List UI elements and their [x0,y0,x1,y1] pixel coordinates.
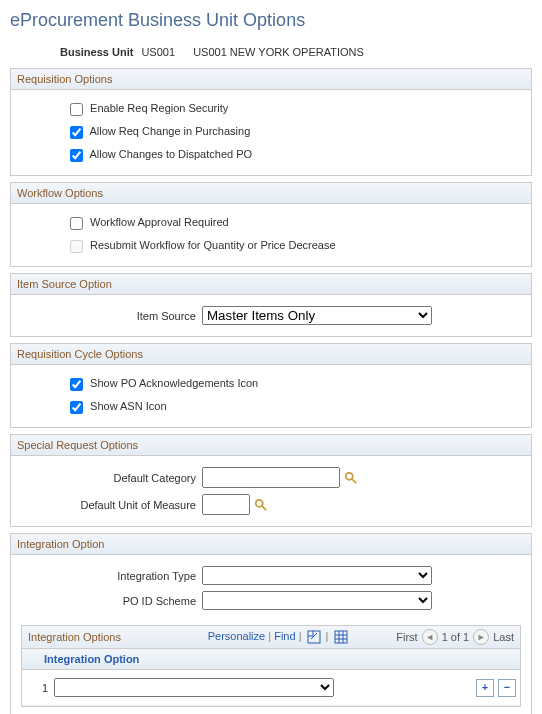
business-unit-label: Business Unit [60,46,133,58]
select-integration-option-row[interactable] [54,678,334,697]
checkbox-allow-req-change[interactable] [70,126,83,139]
svg-rect-5 [335,631,347,643]
grid-title: Integration Options [28,631,161,643]
business-unit-row: Business Unit US001 US001 NEW YORK OPERA… [10,46,532,58]
link-personalize[interactable]: Personalize [208,630,265,642]
business-unit-desc: US001 NEW YORK OPERATIONS [193,46,364,58]
svg-point-0 [346,472,353,479]
section-workflow-options: Workflow Options Workflow Approval Requi… [10,182,532,267]
grid-view-icon[interactable] [334,630,348,644]
delete-row-button[interactable]: − [498,679,516,697]
section-integration: Integration Option Integration Type PO I… [10,533,532,714]
nav-next-icon[interactable]: ► [473,629,489,645]
nav-last[interactable]: Last [493,631,514,643]
section-header-item-source: Item Source Option [11,274,531,295]
grid-column-header[interactable]: Integration Option [22,649,520,670]
checkbox-enable-region-security[interactable] [70,103,83,116]
label-resubmit-workflow: Resubmit Workflow for Quantity or Price … [90,239,336,251]
section-header-cycle: Requisition Cycle Options [11,344,531,365]
nav-prev-icon[interactable]: ◄ [422,629,438,645]
svg-point-2 [256,499,263,506]
page-title: eProcurement Business Unit Options [10,10,532,31]
label-enable-region-security: Enable Req Region Security [90,102,228,114]
svg-line-3 [262,505,266,509]
section-item-source: Item Source Option Item Source Master It… [10,273,532,337]
lookup-icon-uom[interactable] [254,498,268,512]
select-item-source[interactable]: Master Items Only [202,306,432,325]
checkbox-workflow-approval[interactable] [70,217,83,230]
input-default-uom[interactable] [202,494,250,515]
checkbox-show-po-ack[interactable] [70,378,83,391]
checkbox-show-asn[interactable] [70,401,83,414]
business-unit-code: US001 [141,46,175,58]
label-default-uom: Default Unit of Measure [21,499,202,511]
svg-line-1 [352,478,356,482]
label-show-asn: Show ASN Icon [90,400,166,412]
label-allow-dispatched-po: Allow Changes to Dispatched PO [89,148,252,160]
label-item-source: Item Source [21,310,202,322]
add-row-button[interactable]: + [476,679,494,697]
section-special-request: Special Request Options Default Category… [10,434,532,527]
nav-first[interactable]: First [396,631,417,643]
nav-counter: 1 of 1 [442,631,470,643]
label-integration-type: Integration Type [21,570,202,582]
row-number: 1 [26,682,54,694]
section-header-special: Special Request Options [11,435,531,456]
grid-integration-options: Integration Options Personalize | Find |… [21,625,521,707]
section-cycle-options: Requisition Cycle Options Show PO Acknow… [10,343,532,428]
lookup-icon-category[interactable] [344,471,358,485]
table-row: 1 + − [22,670,520,706]
section-header-integration: Integration Option [11,534,531,555]
label-workflow-approval: Workflow Approval Required [90,216,229,228]
link-find[interactable]: Find [274,630,295,642]
label-po-id-scheme: PO ID Scheme [21,595,202,607]
section-requisition-options: Requisition Options Enable Req Region Se… [10,68,532,176]
label-default-category: Default Category [21,472,202,484]
label-allow-req-change: Allow Req Change in Purchasing [89,125,250,137]
label-show-po-ack: Show PO Acknowledgements Icon [90,377,258,389]
svg-rect-4 [308,631,320,643]
section-header-workflow: Workflow Options [11,183,531,204]
checkbox-allow-dispatched-po[interactable] [70,149,83,162]
section-header-requisition: Requisition Options [11,69,531,90]
select-integration-type[interactable] [202,566,432,585]
checkbox-resubmit-workflow [70,240,83,253]
select-po-id-scheme[interactable] [202,591,432,610]
input-default-category[interactable] [202,467,340,488]
zoom-icon[interactable] [307,630,321,644]
